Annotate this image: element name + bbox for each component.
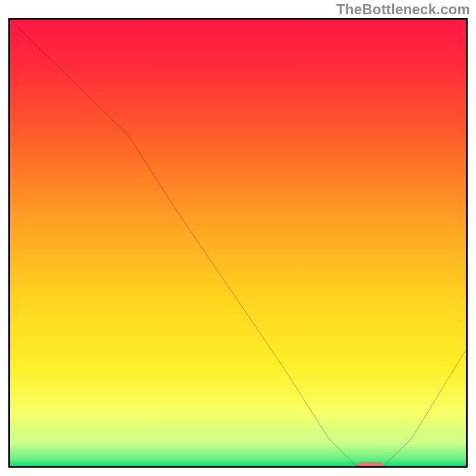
plot-frame xyxy=(8,18,468,468)
chart-canvas: TheBottleneck.com xyxy=(0,0,476,476)
watermark-label: TheBottleneck.com xyxy=(336,1,470,18)
svg-rect-0 xyxy=(10,20,466,466)
gradient-background xyxy=(10,20,466,466)
